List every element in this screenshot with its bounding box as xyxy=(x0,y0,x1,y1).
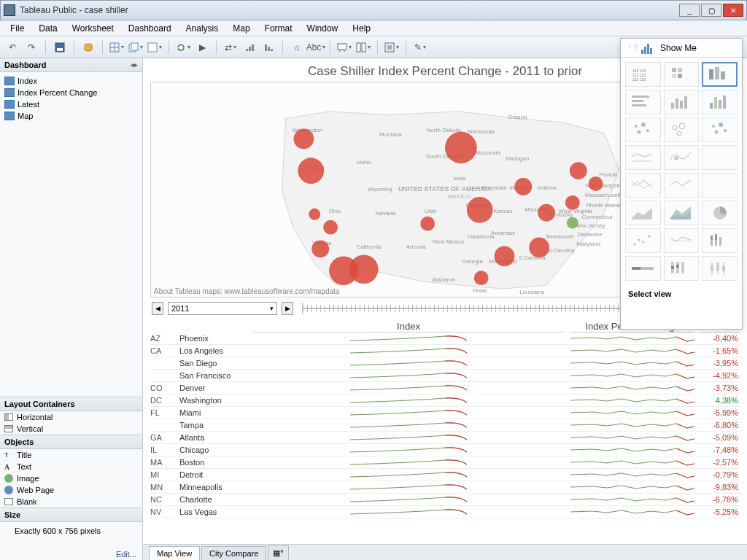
table-row[interactable]: Tampa-6,80% xyxy=(150,419,740,432)
showme-viz-option[interactable] xyxy=(702,62,738,87)
menu-window[interactable]: Window xyxy=(300,22,346,35)
layout-horizontal[interactable]: Horizontal xyxy=(0,411,142,423)
map-bubble[interactable] xyxy=(349,254,379,284)
sheet-item[interactable]: Latest xyxy=(0,98,142,110)
cards-button[interactable] xyxy=(355,39,371,55)
menu-help[interactable]: Help xyxy=(345,22,378,35)
menu-dashboard[interactable]: Dashboard xyxy=(121,22,179,35)
map-bubble[interactable] xyxy=(311,241,329,258)
map-bubble[interactable] xyxy=(529,238,549,258)
showme-viz-option[interactable] xyxy=(664,90,700,114)
year-select[interactable]: 2011 xyxy=(168,302,277,315)
save-button[interactable] xyxy=(52,39,68,55)
highlight-button[interactable]: ✎ xyxy=(412,39,428,55)
map-bubble[interactable] xyxy=(495,246,515,266)
map-bubble[interactable] xyxy=(514,178,532,195)
sheet-item[interactable]: Map xyxy=(0,110,142,122)
table-row[interactable]: NVLas Vegas-5,25% xyxy=(150,506,740,518)
table-row[interactable]: FLMiami-5,99% xyxy=(150,407,740,419)
object-blank[interactable]: Blank xyxy=(0,496,142,508)
connect-data-button[interactable] xyxy=(80,39,96,55)
map-bubble[interactable] xyxy=(298,158,324,184)
showme-viz-option[interactable]: 123 123123 123123 123 xyxy=(625,62,661,87)
tab-city-compare[interactable]: City Compare xyxy=(201,546,266,560)
table-row[interactable]: MABoston-2,57% xyxy=(150,456,740,469)
fit-dropdown[interactable] xyxy=(384,39,400,55)
undo-button[interactable]: ↶ xyxy=(4,39,20,55)
menu-map[interactable]: Map xyxy=(225,22,257,35)
map-bubble[interactable] xyxy=(309,209,320,220)
map-bubble[interactable] xyxy=(323,220,338,235)
object-title[interactable]: TTitle xyxy=(0,449,142,461)
year-slider[interactable] xyxy=(302,303,649,314)
showme-viz-option[interactable] xyxy=(664,256,700,281)
showme-viz-option[interactable] xyxy=(625,228,661,253)
showme-viz-option[interactable] xyxy=(702,173,738,198)
table-row[interactable]: San Francisco-4,92% xyxy=(150,370,740,382)
map-bubble[interactable] xyxy=(570,162,587,179)
showme-viz-option[interactable] xyxy=(664,145,700,170)
showme-viz-option[interactable] xyxy=(702,256,738,281)
menu-format[interactable]: Format xyxy=(258,22,300,35)
map-bubble[interactable] xyxy=(467,197,493,223)
map-bubble[interactable] xyxy=(589,176,603,191)
close-button[interactable]: ✕ xyxy=(723,4,743,17)
showme-viz-option[interactable] xyxy=(702,201,738,225)
collapse-icon[interactable]: ◂▸ xyxy=(131,61,138,69)
duplicate-sheet-dropdown[interactable] xyxy=(128,39,144,55)
sort-desc-button[interactable] xyxy=(260,39,276,55)
layout-vertical[interactable]: Vertical xyxy=(0,423,142,435)
map-bubble[interactable] xyxy=(293,129,314,149)
showme-viz-option[interactable] xyxy=(664,62,700,87)
clear-sheet-dropdown[interactable] xyxy=(147,39,163,55)
object-webpage[interactable]: Web Page xyxy=(0,484,142,496)
show-me-panel[interactable]: ⋮⋮ Show Me 123 123123 123123 123 Select … xyxy=(620,38,743,330)
showme-viz-option[interactable] xyxy=(702,117,738,142)
run-update-button[interactable]: ▶ xyxy=(194,39,210,55)
showme-viz-option[interactable] xyxy=(625,256,661,281)
menu-data[interactable]: Data xyxy=(31,22,64,35)
table-row[interactable]: AZPhoenix-8,40% xyxy=(150,332,740,345)
redo-button[interactable]: ↷ xyxy=(23,39,39,55)
maximize-button[interactable]: ▢ xyxy=(701,4,721,17)
table-row[interactable]: MIDetroit-0,79% xyxy=(150,469,740,481)
showme-viz-option[interactable] xyxy=(664,117,700,142)
sheet-item[interactable]: Index Percent Change xyxy=(0,87,142,98)
object-text[interactable]: AText xyxy=(0,461,142,472)
size-edit-link[interactable]: Edit... xyxy=(0,535,142,560)
show-labels-button[interactable]: Abc xyxy=(308,39,324,55)
table-row[interactable]: GAAtlanta-5,09% xyxy=(150,432,740,444)
presentation-mode-button[interactable] xyxy=(336,39,352,55)
tab-new-sheet[interactable]: ▦* xyxy=(268,545,288,560)
auto-updates-dropdown[interactable] xyxy=(175,39,191,55)
table-row[interactable]: CODenver-3,73% xyxy=(150,382,740,394)
map-bubble[interactable] xyxy=(474,271,489,285)
tab-map-view[interactable]: Map View xyxy=(149,546,200,560)
showme-viz-option[interactable] xyxy=(625,145,661,170)
showme-viz-option[interactable] xyxy=(625,201,661,225)
menu-worksheet[interactable]: Worksheet xyxy=(65,22,121,35)
menu-file[interactable]: File xyxy=(3,22,31,35)
table-row[interactable]: San Diego-3,95% xyxy=(150,357,740,370)
table-row[interactable]: MNMinneapolis-9,83% xyxy=(150,481,740,494)
year-next-button[interactable]: ▶ xyxy=(282,302,293,315)
showme-viz-option[interactable] xyxy=(664,228,700,253)
group-button[interactable]: ⌂ xyxy=(289,39,305,55)
dashboard-panel-header[interactable]: Dashboard ◂▸ xyxy=(0,58,142,72)
new-worksheet-dropdown[interactable] xyxy=(109,39,125,55)
sheet-item[interactable]: Index xyxy=(0,75,142,87)
table-row[interactable]: DCWashington4,38% xyxy=(150,394,740,407)
map-bubble[interactable] xyxy=(445,132,477,164)
map-bubble[interactable] xyxy=(538,204,555,222)
map-bubble[interactable] xyxy=(420,217,435,231)
showme-viz-option[interactable] xyxy=(664,201,700,225)
showme-viz-option[interactable] xyxy=(702,145,738,170)
showme-viz-option[interactable] xyxy=(625,90,661,114)
table-row[interactable]: NCCharlotte-6,78% xyxy=(150,494,740,506)
showme-viz-option[interactable] xyxy=(702,228,738,253)
sort-asc-button[interactable] xyxy=(241,39,258,55)
year-prev-button[interactable]: ◀ xyxy=(152,302,163,315)
showme-viz-option[interactable] xyxy=(625,117,661,142)
map-bubble[interactable] xyxy=(565,195,580,210)
minimize-button[interactable]: _ xyxy=(679,4,700,17)
